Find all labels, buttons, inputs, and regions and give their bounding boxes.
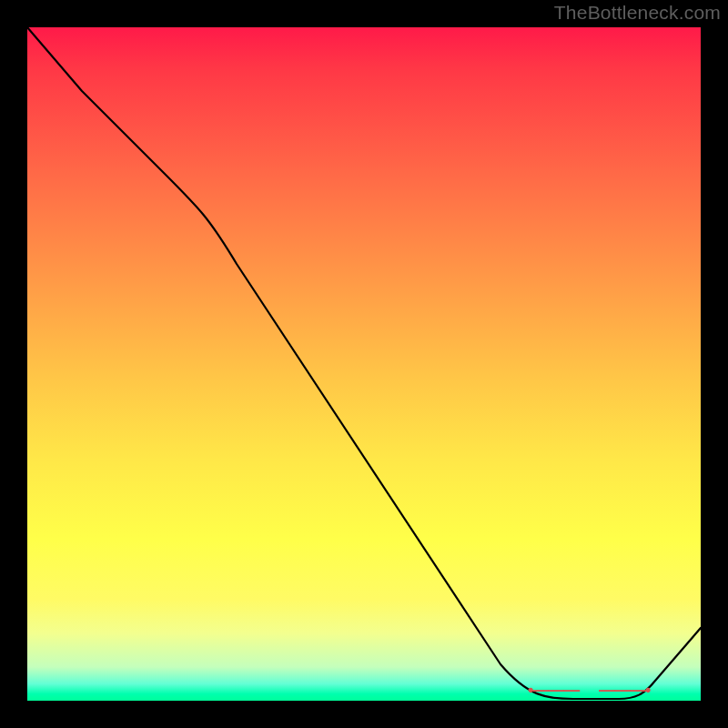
watermark-text: TheBottleneck.com <box>554 2 721 24</box>
chart-frame: TheBottleneck.com •——— ———• <box>0 0 728 728</box>
plot-area: •——— ———• <box>27 27 701 701</box>
line-curve <box>27 27 701 701</box>
marker-left: •——— <box>528 681 579 700</box>
marker-right: ———• <box>599 681 650 700</box>
